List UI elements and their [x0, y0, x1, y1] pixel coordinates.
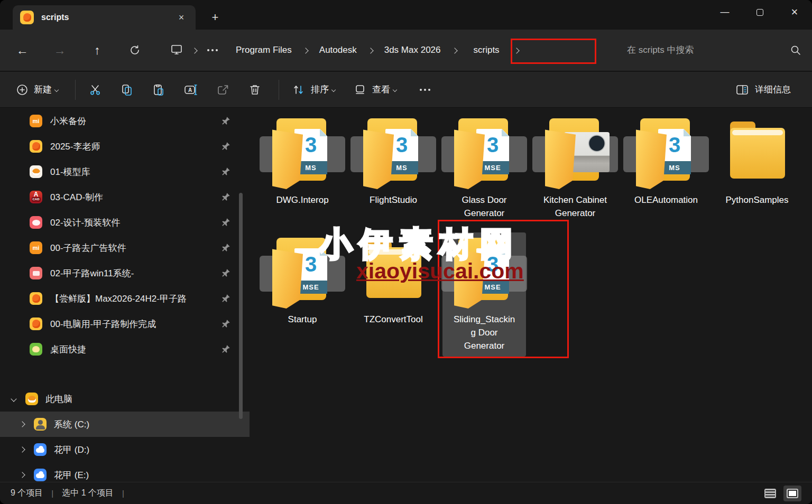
file-item-kitchen-cabinet-generator[interactable]: Kitchen Cabinet Generator: [530, 113, 621, 220]
sidebar-item-pinned[interactable]: 02-设计-预装软件: [0, 210, 250, 235]
status-divider: |: [51, 489, 53, 498]
sidebar-item-this-pc[interactable]: 此电脑: [0, 386, 250, 412]
toolbar-divider: [75, 80, 76, 100]
maximize-button[interactable]: [742, 0, 777, 24]
this-pc-icon[interactable]: [168, 43, 185, 58]
status-divider: |: [122, 489, 124, 498]
sidebar-item-pinned[interactable]: 【尝鲜版】Max2026-24H2-甲子路: [0, 286, 250, 311]
back-button[interactable]: ←: [11, 39, 34, 62]
breadcrumb-program-files[interactable]: Program Files: [232, 42, 296, 59]
up-button[interactable]: ↑: [86, 39, 109, 62]
sidebar-item-pinned[interactable]: mi 00-子路去广告软件: [0, 235, 250, 260]
file-grid-row: 3MS DWG.Interop 3MS FlightStudio 3MSE Gl…: [257, 113, 802, 220]
window-controls: — ×: [707, 0, 812, 24]
sidebar-item-pinned[interactable]: 2025-李老师: [0, 134, 250, 159]
sidebar-item-pinned[interactable]: ACAD 03-CAD-制作: [0, 184, 250, 210]
max-script-folder-icon: 3MS: [268, 113, 337, 191]
forward-button[interactable]: →: [48, 39, 71, 62]
share-button[interactable]: [212, 78, 234, 101]
sidebar-item-pinned[interactable]: mi 小米备份: [0, 108, 250, 134]
refresh-button[interactable]: [123, 39, 146, 62]
search-icon[interactable]: [790, 44, 801, 56]
pin-icon[interactable]: [222, 116, 230, 125]
chevron-down-icon[interactable]: [11, 396, 16, 402]
file-item-glass-door-generator[interactable]: 3MSE Glass Door Generator: [439, 113, 530, 220]
delete-button[interactable]: [244, 78, 266, 101]
file-item-oleautomation[interactable]: 3MS OLEAutomation: [621, 113, 712, 220]
rename-button[interactable]: A: [179, 78, 202, 101]
copy-button[interactable]: [116, 78, 138, 101]
sidebar-item-drive-d[interactable]: 花甲 (D:): [0, 437, 250, 462]
new-button[interactable]: 新建: [12, 78, 62, 101]
chevron-right-icon[interactable]: [19, 421, 25, 427]
close-button[interactable]: ×: [777, 0, 812, 24]
pin-icon[interactable]: [222, 268, 230, 277]
breadcrumb-chevron: [191, 48, 197, 53]
paste-icon: [152, 83, 165, 97]
pin-icon[interactable]: [222, 142, 230, 151]
details-pane-icon: [735, 83, 750, 96]
xiaomi-icon: mi: [30, 115, 42, 127]
pig-app-icon: [30, 216, 42, 229]
sidebar-item-pinned[interactable]: 桌面快捷: [0, 337, 250, 362]
chevron-right-icon[interactable]: [19, 472, 25, 478]
breadcrumb-chevron: [367, 48, 373, 53]
new-tab-button[interactable]: +: [206, 10, 224, 25]
breadcrumb-3ds-max-2026[interactable]: 3ds Max 2026: [380, 42, 445, 59]
deer-app-icon: [30, 343, 42, 356]
sidebar-scrollbar[interactable]: [239, 193, 243, 419]
pin-icon[interactable]: [222, 243, 230, 252]
fox-app-icon: [30, 165, 42, 178]
navigation-pane: mi 小米备份 2025-李老师 01-模型库 ACAD 03-CAD-制作 0…: [0, 108, 250, 482]
sidebar-item-pinned[interactable]: 01-模型库: [0, 159, 250, 184]
view-button[interactable]: 查看: [349, 78, 401, 101]
plus-circle-icon: [16, 83, 29, 96]
sidebar-item-pinned[interactable]: 02-甲子路win11系统-: [0, 260, 250, 286]
pin-icon[interactable]: [222, 344, 230, 353]
refresh-icon: [129, 44, 141, 56]
details-pane-button[interactable]: 详细信息: [731, 78, 798, 101]
win11-app-icon: [30, 267, 42, 279]
chevron-down-icon: [331, 87, 336, 91]
file-item-pythonsamples[interactable]: PythonSamples: [712, 113, 802, 220]
file-item-dwg-interop[interactable]: 3MS DWG.Interop: [257, 113, 348, 220]
cut-icon: [88, 83, 102, 97]
tab-close-icon[interactable]: ×: [173, 10, 189, 25]
breadcrumb-autodesk[interactable]: Autodesk: [315, 42, 361, 59]
duck-app-icon: [30, 318, 42, 330]
more-button[interactable]: [410, 78, 440, 101]
max-script-folder-icon: 3MSE: [450, 113, 519, 191]
sidebar-item-drive-c[interactable]: 系统 (C:): [0, 412, 250, 437]
sort-button[interactable]: 排序: [288, 78, 339, 101]
chevron-down-icon: [393, 87, 397, 91]
app-icon: [20, 11, 34, 24]
sidebar-item-pinned[interactable]: 00-电脑用-甲子路制作完成: [0, 311, 250, 337]
file-explorer-window: scripts × + — × ← → ↑ Program Files Auto…: [0, 0, 812, 504]
navigation-bar: ← → ↑ Program Files Autodesk 3ds Max 202…: [0, 30, 812, 71]
file-item-flightstudio[interactable]: 3MS FlightStudio: [348, 113, 439, 220]
breadcrumb-chevron: [302, 48, 308, 53]
pin-icon[interactable]: [222, 192, 230, 201]
paste-button[interactable]: [147, 78, 170, 101]
breadcrumb-ellipsis[interactable]: [204, 49, 221, 51]
minimize-button[interactable]: —: [707, 0, 742, 24]
folder-icon: [723, 113, 791, 191]
breadcrumb-scripts[interactable]: scripts: [469, 42, 504, 59]
explorer-tab[interactable]: scripts ×: [13, 5, 196, 30]
chevron-right-icon[interactable]: [19, 446, 25, 452]
list-view-icon: [764, 489, 776, 498]
cut-button[interactable]: [84, 78, 106, 101]
drive-e-icon: [34, 469, 47, 481]
this-pc-tree: 此电脑 系统 (C:) 花甲 (D:) 花甲 (E:): [0, 386, 250, 482]
search-input[interactable]: [627, 45, 790, 55]
large-icons-view-button[interactable]: [783, 486, 801, 501]
pin-icon[interactable]: [222, 319, 230, 328]
pin-icon[interactable]: [222, 294, 230, 303]
view-toggles: [761, 486, 801, 501]
item-count: 9 个项目: [11, 488, 43, 499]
list-view-button[interactable]: [761, 486, 779, 501]
drive-c-icon: [34, 418, 47, 431]
pin-icon[interactable]: [222, 167, 230, 176]
sidebar-item-drive-e[interactable]: 花甲 (E:): [0, 462, 250, 482]
pin-icon[interactable]: [222, 218, 230, 227]
